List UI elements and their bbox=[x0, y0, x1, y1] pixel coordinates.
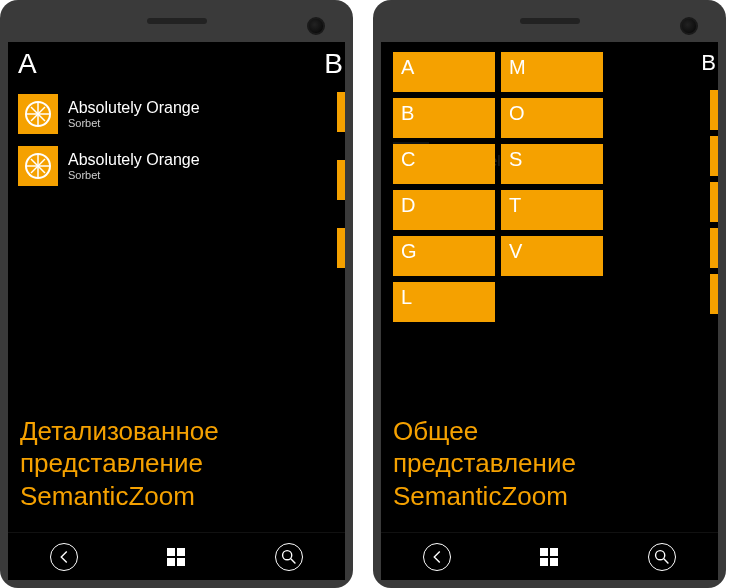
windows-icon bbox=[540, 548, 558, 566]
jump-tile-t[interactable]: T bbox=[501, 190, 603, 230]
group-header-peek-b[interactable]: B bbox=[324, 48, 345, 80]
phone-top-bezel bbox=[8, 10, 345, 42]
jump-tile-g[interactable]: G bbox=[393, 236, 495, 276]
jump-tile-a[interactable]: A bbox=[393, 52, 495, 92]
zoomout-content: Absolutely Orange A M B O C S D T G V L … bbox=[381, 42, 718, 532]
list-item[interactable]: Absolutely Orange Sorbet bbox=[18, 140, 345, 192]
svg-point-20 bbox=[282, 550, 291, 559]
caption-zoomout: Общее представление SemanticZoom bbox=[393, 415, 576, 513]
caption-line: SemanticZoom bbox=[20, 480, 219, 513]
caption-line: представление bbox=[20, 447, 219, 480]
windows-icon bbox=[167, 548, 185, 566]
orange-slice-icon bbox=[18, 146, 58, 186]
detail-content: A B Absolutely Orange Sorbet Absolutely … bbox=[8, 42, 345, 532]
svg-line-24 bbox=[664, 558, 669, 563]
peek-tile bbox=[710, 136, 718, 176]
phone-speaker bbox=[147, 18, 207, 24]
peek-block bbox=[337, 92, 345, 132]
caption-line: SemanticZoom bbox=[393, 480, 576, 513]
jump-tile-v[interactable]: V bbox=[501, 236, 603, 276]
jump-tile-m[interactable]: M bbox=[501, 52, 603, 92]
phone-camera bbox=[307, 17, 325, 35]
jump-tile-s[interactable]: S bbox=[501, 144, 603, 184]
peek-block bbox=[337, 228, 345, 268]
item-text: Absolutely Orange Sorbet bbox=[68, 151, 200, 181]
start-button[interactable] bbox=[531, 539, 567, 575]
orange-slice-icon bbox=[18, 94, 58, 134]
back-button[interactable] bbox=[46, 539, 82, 575]
peek-group-letter: B bbox=[701, 50, 716, 76]
list-item[interactable]: Absolutely Orange Sorbet bbox=[18, 88, 345, 140]
phone-speaker bbox=[520, 18, 580, 24]
jump-tile-l[interactable]: L bbox=[393, 282, 495, 322]
phone-screen: Absolutely Orange A M B O C S D T G V L … bbox=[381, 42, 718, 580]
jump-tile-o[interactable]: O bbox=[501, 98, 603, 138]
phone-camera bbox=[680, 17, 698, 35]
caption-line: Общее bbox=[393, 415, 576, 448]
search-button[interactable] bbox=[644, 539, 680, 575]
svg-point-23 bbox=[655, 550, 664, 559]
item-subtitle: Sorbet bbox=[68, 117, 200, 129]
navigation-bar bbox=[8, 532, 345, 580]
peek-tile bbox=[710, 228, 718, 268]
peek-tile bbox=[710, 90, 718, 130]
jump-tile-d[interactable]: D bbox=[393, 190, 495, 230]
peek-tile bbox=[710, 182, 718, 222]
item-subtitle: Sorbet bbox=[68, 169, 200, 181]
phone-zoomout-view: Absolutely Orange A M B O C S D T G V L … bbox=[373, 0, 726, 588]
jump-tile-c[interactable]: C bbox=[393, 144, 495, 184]
peek-tile-column bbox=[710, 90, 718, 314]
caption-line: представление bbox=[393, 447, 576, 480]
next-group-peek bbox=[337, 92, 345, 268]
svg-line-21 bbox=[291, 558, 296, 563]
phone-top-bezel bbox=[381, 10, 718, 42]
caption-line: Детализованное bbox=[20, 415, 219, 448]
group-header-a[interactable]: A bbox=[18, 48, 318, 80]
search-button[interactable] bbox=[271, 539, 307, 575]
start-button[interactable] bbox=[158, 539, 194, 575]
phone-screen: A B Absolutely Orange Sorbet Absolutely … bbox=[8, 42, 345, 580]
caption-detail: Детализованное представление SemanticZoo… bbox=[20, 415, 219, 513]
peek-tile bbox=[710, 274, 718, 314]
peek-block bbox=[337, 160, 345, 200]
back-button[interactable] bbox=[419, 539, 455, 575]
item-text: Absolutely Orange Sorbet bbox=[68, 99, 200, 129]
jump-list-grid: A M B O C S D T G V L bbox=[391, 48, 718, 322]
phone-detail-view: A B Absolutely Orange Sorbet Absolutely … bbox=[0, 0, 353, 588]
item-title: Absolutely Orange bbox=[68, 99, 200, 117]
group-header-row: A B bbox=[18, 48, 345, 80]
item-title: Absolutely Orange bbox=[68, 151, 200, 169]
jump-tile-b[interactable]: B bbox=[393, 98, 495, 138]
navigation-bar bbox=[381, 532, 718, 580]
